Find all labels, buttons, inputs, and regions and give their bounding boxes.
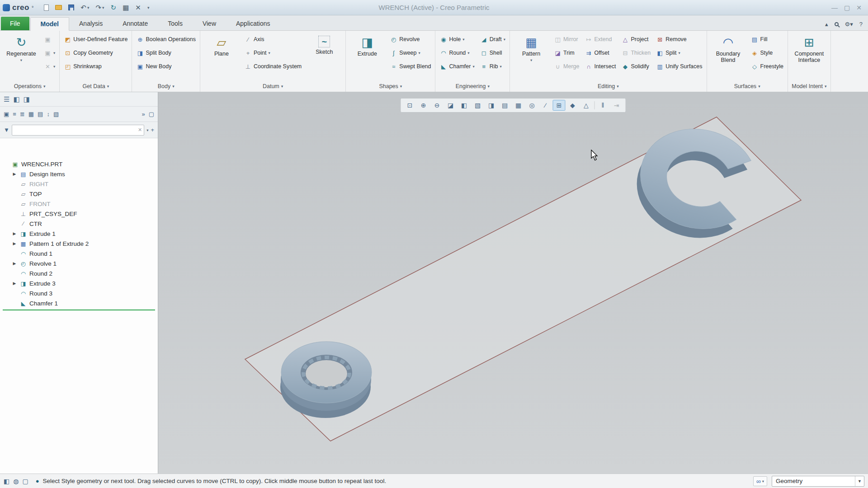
tree-item-round-3[interactable]: ◠ Round 3: [0, 288, 158, 298]
window-manager-button[interactable]: ▦: [120, 3, 131, 13]
body-group-label[interactable]: Body▾: [132, 81, 200, 92]
open-file-button[interactable]: [53, 4, 64, 11]
boolean-operations-button[interactable]: ⊕Boolean Operations: [134, 33, 198, 46]
selection-filter-dropdown[interactable]: Geometry ▼: [772, 476, 864, 487]
spin-center-button[interactable]: ◆: [566, 100, 579, 111]
extrude-button[interactable]: ◨ Extrude: [348, 33, 386, 76]
tree-root-item[interactable]: ▣ WRENCH.PRT: [0, 159, 158, 169]
options-button[interactable]: ⚙▾: [845, 21, 853, 28]
pattern-button[interactable]: ▦ Pattern ▾: [512, 33, 550, 76]
tree-item-ctr[interactable]: ∕ CTR: [0, 219, 158, 229]
new-body-button[interactable]: ▣New Body: [134, 60, 198, 73]
notebook-icon[interactable]: ▤: [38, 111, 43, 117]
plane-button[interactable]: ▱ Plane: [203, 33, 241, 76]
add-filter-icon[interactable]: +: [151, 127, 154, 133]
tree-item-round-1[interactable]: ◠ Round 1: [0, 249, 158, 258]
zoom-in-button[interactable]: ⊕: [417, 100, 430, 111]
swept-blend-button[interactable]: ≈Swept Blend: [388, 60, 433, 73]
orientation-alert-button[interactable]: △: [580, 100, 593, 111]
shell-button[interactable]: ◻Shell: [478, 47, 507, 59]
find-tool-button[interactable]: ∞▾: [753, 476, 767, 486]
tree-item-right[interactable]: ▱ RIGHT: [0, 179, 158, 189]
operations-group-label[interactable]: Operations▾: [0, 81, 59, 92]
surfaces-group-label[interactable]: Surfaces▾: [707, 81, 788, 92]
component-interface-button[interactable]: ⊞ Component Interface: [790, 33, 828, 76]
regenerate-button[interactable]: ↻ Regenerate ▾: [2, 33, 40, 76]
chamfer-button[interactable]: ◣Chamfer▾: [438, 60, 476, 73]
maximize-button[interactable]: ▢: [844, 4, 850, 11]
model-intent-group-label[interactable]: Model Intent▾: [788, 81, 830, 92]
style-button[interactable]: ◈Style: [749, 47, 785, 59]
help-button[interactable]: ?: [859, 21, 863, 28]
expander-icon[interactable]: ▶: [12, 172, 17, 176]
wrench-ring-end[interactable]: [280, 342, 372, 418]
web-browser-icon[interactable]: ◍: [13, 478, 19, 485]
tree-columns-icon[interactable]: ▦: [28, 111, 34, 117]
shapes-group-label[interactable]: Shapes▾: [346, 81, 435, 92]
axis-button[interactable]: ∕Axis: [242, 33, 303, 46]
pause-button[interactable]: ‖: [597, 100, 609, 111]
expander-icon[interactable]: ▶: [12, 231, 17, 236]
expander-icon[interactable]: ▶: [12, 241, 17, 246]
intersect-button[interactable]: ∩Intersect: [583, 60, 618, 73]
editing-group-label[interactable]: Editing▾: [510, 81, 706, 92]
model-tree-tab-icon[interactable]: ◧: [13, 95, 19, 103]
tree-settings-icon[interactable]: ▧: [53, 111, 59, 117]
copy-geometry-button[interactable]: ⊡Copy Geometry: [62, 47, 129, 59]
expander-icon[interactable]: ▶: [12, 281, 17, 286]
point-button[interactable]: +Point▾: [242, 47, 303, 59]
fill-button[interactable]: ▤Fill: [749, 33, 785, 46]
detail-list-icon[interactable]: ≣: [20, 111, 25, 117]
solidify-button[interactable]: ◆Solidify: [619, 60, 652, 73]
tab-annotate[interactable]: Annotate: [113, 17, 158, 30]
datum-group-label[interactable]: Datum▾: [200, 81, 345, 92]
customize-qat-button[interactable]: ▾: [145, 5, 152, 11]
get-data-group-label[interactable]: Get Data▾: [60, 81, 132, 92]
new-file-button[interactable]: [42, 4, 51, 12]
engineering-group-label[interactable]: Engineering▾: [435, 81, 509, 92]
close-app-button[interactable]: ✕: [856, 4, 862, 11]
overflow-icon[interactable]: »: [142, 111, 145, 117]
tree-item-revolve-1[interactable]: ▶ ◴ Revolve 1: [0, 258, 158, 268]
offset-button[interactable]: ⇉Offset: [583, 47, 618, 59]
remove-button[interactable]: ⊠Remove: [654, 33, 704, 46]
draft-button[interactable]: ◢Draft▾: [478, 33, 507, 46]
zoom-out-button[interactable]: ⊖: [431, 100, 443, 111]
model-window-icon[interactable]: ▢: [22, 478, 28, 485]
clear-filter-icon[interactable]: ✕: [138, 127, 142, 133]
filter-funnel-icon[interactable]: ▼: [4, 127, 9, 133]
user-defined-feature-button[interactable]: ◩User-Defined Feature: [62, 33, 129, 46]
shading-style-button[interactable]: ◧: [458, 100, 471, 111]
tree-item-top[interactable]: ▱ TOP: [0, 189, 158, 199]
hole-button[interactable]: ◉Hole▾: [438, 33, 476, 46]
trim-button[interactable]: ◪Trim: [552, 47, 581, 59]
search-icon[interactable]: [835, 22, 839, 26]
sketch-button[interactable]: ~ Sketch: [305, 33, 343, 76]
redo-button[interactable]: ↷▾: [93, 3, 106, 13]
filter-dropdown-icon[interactable]: ▾: [146, 128, 148, 132]
tree-info-icon[interactable]: ▢: [149, 111, 154, 117]
sort-icon[interactable]: ↕: [47, 111, 50, 117]
tab-applications[interactable]: Applications: [226, 17, 280, 30]
capture-image-button[interactable]: ◎: [526, 100, 538, 111]
expander-icon[interactable]: ▶: [12, 261, 17, 266]
graphics-viewport[interactable]: ⊡ ⊕ ⊖ ◪ ◧ ▧ ◨ ▤ ▦ ◎ ∕ ⊞ ◆ △ ‖ ⇥: [158, 92, 868, 474]
tab-tools[interactable]: Tools: [158, 17, 193, 30]
tab-analysis[interactable]: Analysis: [69, 17, 113, 30]
revolve-button[interactable]: ◴Revolve: [388, 33, 433, 46]
file-menu-button[interactable]: File: [1, 17, 29, 30]
datum-display-button[interactable]: ∕: [539, 100, 552, 111]
tree-item-extrude-1[interactable]: ▶ ◨ Extrude 1: [0, 229, 158, 239]
hierarchy-icon[interactable]: ☰: [4, 95, 9, 103]
regenerate-quick-button[interactable]: ↻: [108, 3, 119, 13]
tab-view[interactable]: View: [193, 17, 226, 30]
coordinate-system-button[interactable]: ⊥Coordinate System: [242, 60, 303, 73]
panel-toggle-icon[interactable]: ◧: [4, 478, 9, 485]
minimize-button[interactable]: —: [831, 4, 838, 11]
transparent-style-button[interactable]: ◨: [485, 100, 498, 111]
freestyle-button[interactable]: ◇Freestyle: [749, 60, 785, 73]
tree-item-chamfer-1[interactable]: ◣ Chamfer 1: [0, 298, 158, 308]
rib-button[interactable]: ≡Rib▾: [478, 60, 507, 73]
unify-surfaces-button[interactable]: ▥Unify Surfaces: [654, 60, 704, 73]
sweep-button[interactable]: ∫Sweep▾: [388, 47, 433, 59]
